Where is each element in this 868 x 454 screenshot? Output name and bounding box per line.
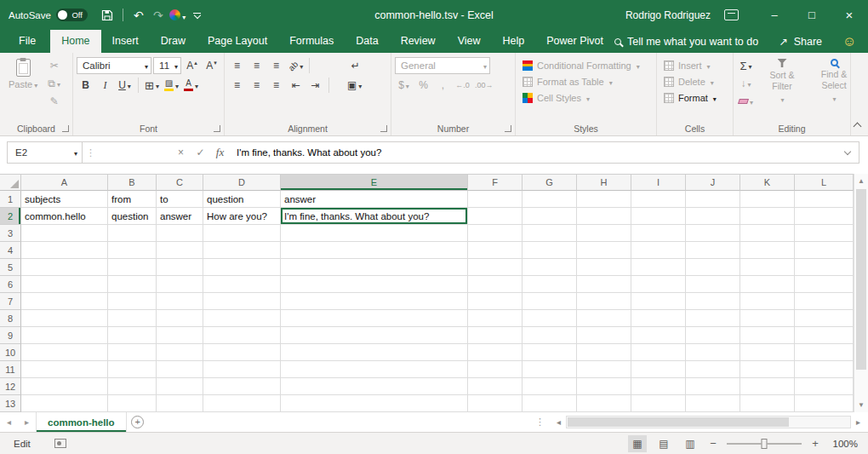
cell-B12[interactable] <box>108 378 157 395</box>
cell-C11[interactable] <box>157 361 203 378</box>
cell-E9[interactable] <box>281 327 468 344</box>
cell-B9[interactable] <box>108 327 157 344</box>
align-middle-button[interactable]: ≡ <box>248 57 266 74</box>
cancel-button[interactable]: × <box>171 142 191 163</box>
cell-B4[interactable] <box>108 242 157 259</box>
save-button[interactable] <box>99 4 116 26</box>
cell-H6[interactable] <box>577 276 631 293</box>
cell-D8[interactable] <box>203 310 281 327</box>
cell-I5[interactable] <box>631 259 686 276</box>
scroll-up-icon[interactable]: ▲ <box>854 174 868 188</box>
cell-C8[interactable] <box>157 310 203 327</box>
column-header-D[interactable]: D <box>203 174 281 191</box>
cell-H11[interactable] <box>577 361 631 378</box>
ribbon-display-options-icon[interactable] <box>724 9 739 20</box>
font-name-select[interactable]: Calibri <box>77 57 151 74</box>
column-header-L[interactable]: L <box>795 174 854 191</box>
row-header-13[interactable]: 13 <box>0 395 21 412</box>
cell-K10[interactable] <box>740 344 795 361</box>
align-top-button[interactable]: ≡ <box>228 57 246 74</box>
clear-button[interactable] <box>737 93 755 110</box>
cell-A2[interactable]: common.hello <box>21 208 108 225</box>
cell-C1[interactable]: to <box>157 191 203 208</box>
cell-E13[interactable] <box>281 395 468 412</box>
cell-B2[interactable]: question <box>108 208 157 225</box>
row-header-4[interactable]: 4 <box>0 242 21 259</box>
cell-I8[interactable] <box>631 310 686 327</box>
enter-button[interactable]: ✓ <box>191 142 210 163</box>
percent-style-button[interactable]: % <box>414 77 432 94</box>
find-select-button[interactable]: Find & Select <box>809 57 859 110</box>
conditional-formatting-button[interactable]: Conditional Formatting <box>519 57 653 73</box>
cell-B11[interactable] <box>108 361 157 378</box>
cell-C3[interactable] <box>157 225 203 242</box>
cell-L10[interactable] <box>795 344 854 361</box>
cell-D9[interactable] <box>203 327 281 344</box>
format-as-table-button[interactable]: Format as Table <box>519 73 653 89</box>
page-layout-view-button[interactable]: ▤ <box>654 435 673 452</box>
cell-J9[interactable] <box>686 327 740 344</box>
cell-K7[interactable] <box>740 293 795 310</box>
scroll-right-icon[interactable]: ▸ <box>851 417 865 427</box>
cell-C2[interactable]: answer <box>157 208 203 225</box>
row-header-9[interactable]: 9 <box>0 327 21 344</box>
cell-D13[interactable] <box>203 395 281 412</box>
cell-J4[interactable] <box>686 242 740 259</box>
cell-G2[interactable] <box>523 208 577 225</box>
user-name[interactable]: Rodrigo Rodriguez <box>625 9 711 21</box>
increase-decimal-button[interactable]: ←.0 <box>454 77 471 94</box>
tab-view[interactable]: View <box>447 30 492 53</box>
align-center-button[interactable]: ≡ <box>248 77 266 94</box>
tab-power-pivot[interactable]: Power Pivot <box>535 30 614 53</box>
cell-H8[interactable] <box>577 310 631 327</box>
cell-B10[interactable] <box>108 344 157 361</box>
zoom-level[interactable]: 100% <box>829 439 858 449</box>
alignment-dialog-launcher[interactable] <box>380 125 387 132</box>
cell-H5[interactable] <box>577 259 631 276</box>
cell-L11[interactable] <box>795 361 854 378</box>
borders-button[interactable]: ⊞ <box>143 77 161 94</box>
cell-K13[interactable] <box>740 395 795 412</box>
cell-A3[interactable] <box>21 225 108 242</box>
cell-F9[interactable] <box>468 327 523 344</box>
cell-A4[interactable] <box>21 242 108 259</box>
cell-F6[interactable] <box>468 276 523 293</box>
cell-E10[interactable] <box>281 344 468 361</box>
cell-I9[interactable] <box>631 327 686 344</box>
cell-L4[interactable] <box>795 242 854 259</box>
cell-F13[interactable] <box>468 395 523 412</box>
autosum-button[interactable]: Σ <box>737 57 755 74</box>
cell-H1[interactable] <box>577 191 631 208</box>
cell-J2[interactable] <box>686 208 740 225</box>
row-header-12[interactable]: 12 <box>0 378 21 395</box>
orientation-button[interactable]: ab <box>287 57 305 74</box>
customize-qat-button[interactable] <box>189 4 206 26</box>
cell-I2[interactable] <box>631 208 686 225</box>
cell-I1[interactable] <box>631 191 686 208</box>
cell-I4[interactable] <box>631 242 686 259</box>
cell-C9[interactable] <box>157 327 203 344</box>
shrink-font-button[interactable]: A <box>203 57 220 74</box>
clipboard-dialog-launcher[interactable] <box>62 125 69 132</box>
cell-D11[interactable] <box>203 361 281 378</box>
cell-J11[interactable] <box>686 361 740 378</box>
row-header-11[interactable]: 11 <box>0 361 21 378</box>
macro-record-icon[interactable] <box>54 439 66 448</box>
cell-C7[interactable] <box>157 293 203 310</box>
cell-E12[interactable] <box>281 378 468 395</box>
cell-C13[interactable] <box>157 395 203 412</box>
close-button[interactable]: × <box>831 0 868 30</box>
decrease-indent-button[interactable]: ⇤ <box>287 77 305 94</box>
tell-me-box[interactable]: Tell me what you want to do <box>614 36 758 48</box>
italic-button[interactable]: I <box>96 77 114 94</box>
cell-L9[interactable] <box>795 327 854 344</box>
sheet-tab-active[interactable]: common-hello <box>36 412 127 432</box>
cell-I3[interactable] <box>631 225 686 242</box>
underline-button[interactable]: U <box>116 77 134 94</box>
cell-H13[interactable] <box>577 395 631 412</box>
cell-B8[interactable] <box>108 310 157 327</box>
share-button[interactable]: ↗Share <box>779 35 822 48</box>
copy-button[interactable]: ⧉ <box>45 75 63 92</box>
row-header-10[interactable]: 10 <box>0 344 21 361</box>
align-left-button[interactable]: ≡ <box>228 77 246 94</box>
